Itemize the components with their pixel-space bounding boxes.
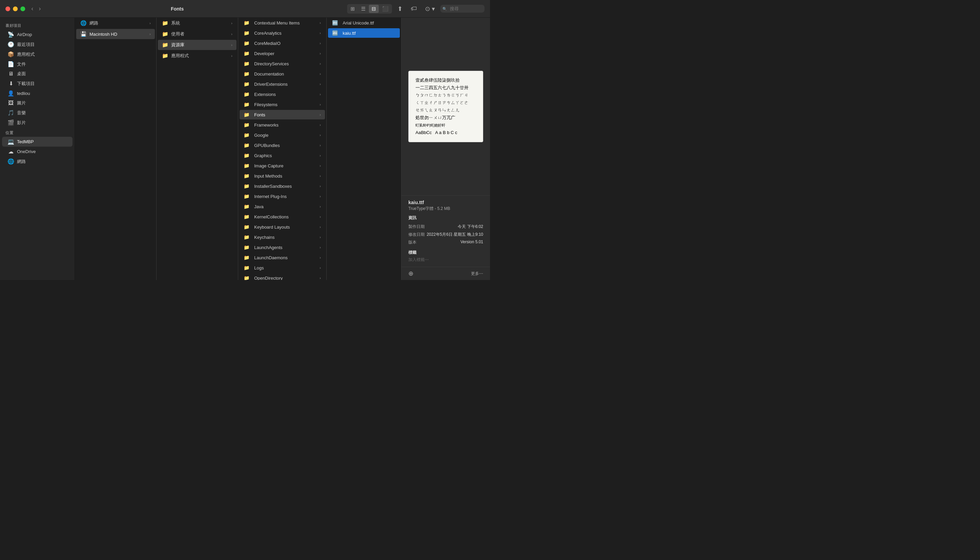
folder-icon: 📁 (243, 40, 250, 46)
col3-kernelcollections[interactable]: 📁KernelCollections› (240, 212, 325, 222)
col3-item-label: LaunchDaemons (254, 255, 288, 260)
folder-icon: 📁 (243, 112, 250, 117)
view-icons-btn[interactable]: ⊞ (348, 5, 358, 13)
sidebar-item-onedrive[interactable]: ☁ OneDrive (2, 147, 72, 157)
col3-keyboardlayouts[interactable]: 📁Keyboard Layouts› (240, 222, 325, 232)
locations-label: 位置 (0, 128, 75, 137)
circle-action-btn[interactable]: ⊕ (408, 270, 413, 277)
col3-item-label: Filesystems (254, 102, 278, 107)
col3-developer[interactable]: 📁Developer› (240, 48, 325, 58)
view-list-btn[interactable]: ☰ (358, 5, 368, 13)
col2-system[interactable]: 📁 系統 › (158, 18, 237, 28)
folder-icon: 📁 (243, 153, 250, 158)
column-4: 🔤 Arial Unicode.ttf 🔤 kaiu.ttf (327, 18, 402, 280)
col3-logs[interactable]: 📁Logs› (240, 263, 325, 273)
col3-frameworks[interactable]: 📁Frameworks› (240, 120, 325, 130)
chevron-right-icon: › (320, 92, 321, 96)
col4-kaiu[interactable]: 🔤 kaiu.ttf (328, 28, 400, 38)
sidebar-item-movies[interactable]: 🎬 影片 (2, 118, 72, 128)
folder-icon: 📁 (243, 173, 250, 178)
chevron-right-icon: › (320, 62, 321, 66)
chevron-right-icon: › (320, 225, 321, 229)
col3-gpubundles[interactable]: 📁GPUBundles› (240, 140, 325, 150)
font-file-icon: 🔤 (332, 20, 338, 25)
sidebar-item-tedmbp[interactable]: 💻 TedMBP (2, 137, 72, 147)
folder-icon: 📁 (243, 20, 250, 25)
folder-icon: 📁 (243, 275, 250, 280)
preview-meta-created: 製作日期 今天 下午6:02 (408, 223, 483, 231)
chevron-right-icon: › (320, 21, 321, 25)
col3-launchagents[interactable]: 📁LaunchAgents› (240, 243, 325, 252)
tag-btn[interactable]: 🏷 (408, 4, 420, 13)
col3-coremediaio[interactable]: 📁CoreMediaIO› (240, 38, 325, 48)
sidebar-item-label: AirDrop (17, 32, 32, 37)
col3-fonts[interactable]: 📁Fonts› (240, 110, 325, 119)
col3-contextual[interactable]: 📁Contextual Menu Items› (240, 18, 325, 28)
version-value: Version 5.01 (460, 240, 483, 245)
col3-imagecapture[interactable]: 📁Image Capture› (240, 161, 325, 170)
sidebar-item-documents[interactable]: 📄 文件 (2, 59, 72, 69)
modified-value: 2022年5月6日 星期五 晚上9:10 (427, 232, 483, 237)
col2-applications[interactable]: 📁 應用程式 › (158, 51, 237, 61)
more-link[interactable]: 更多⋯ (471, 271, 483, 277)
folder-icon: 📁 (243, 204, 250, 209)
col3-installersandboxes[interactable]: 📁InstallerSandboxes› (240, 181, 325, 191)
col3-coreanalytics[interactable]: 📁CoreAnalytics› (240, 28, 325, 38)
sidebar-item-label: 圖片 (17, 100, 26, 106)
col3-java[interactable]: 📁Java› (240, 202, 325, 211)
col3-keychains[interactable]: 📁Keychains› (240, 232, 325, 242)
user-icon: 👤 (7, 90, 14, 97)
chevron-right-icon: › (320, 82, 321, 86)
col3-directoryservices[interactable]: 📁DirectoryServices› (240, 59, 325, 68)
folder-icon: 📁 (243, 163, 250, 168)
toolbar-actions: ⊞ ☰ ⊟ ⬛ ⬆ 🏷 ⊙ ▾ (347, 4, 485, 14)
sidebar-item-network[interactable]: 🌐 網路 (2, 157, 72, 167)
col1-network[interactable]: 🌐 網路 › (76, 18, 155, 28)
col3-graphics[interactable]: 📁Graphics› (240, 151, 325, 160)
content-area: 🌐 網路 › 💾 Macintosh HD › 📁 系統 › 📁 使用者 › (75, 18, 490, 280)
col3-documentation[interactable]: 📁Documentation› (240, 69, 325, 78)
col3-item-label: OpenDirectory (254, 276, 283, 280)
documents-icon: 📄 (7, 61, 14, 67)
col3-google[interactable]: 📁Google› (240, 130, 325, 140)
folder-icon: 📁 (162, 20, 168, 26)
sidebar-item-music[interactable]: 🎵 音樂 (2, 108, 72, 118)
sidebar-item-applications[interactable]: 📦 應用程式 (2, 49, 72, 59)
preview-subtype: TrueType字體 - 5.2 MB (408, 206, 483, 212)
chevron-right-icon: › (320, 102, 321, 107)
col3-item-label: Developer (254, 51, 274, 56)
tags-placeholder[interactable]: 加入標籤⋯ (408, 257, 483, 263)
col2-users[interactable]: 📁 使用者 › (158, 29, 237, 39)
col3-opendirectory[interactable]: 📁OpenDirectory› (240, 273, 325, 280)
col3-item-label: Contextual Menu Items (254, 20, 300, 25)
col2-library[interactable]: 📁 資源庫 › (158, 40, 237, 50)
col4-arial-unicode[interactable]: 🔤 Arial Unicode.ttf (328, 18, 400, 28)
col3-filesystems[interactable]: 📁Filesystems› (240, 100, 325, 109)
sidebar-item-downloads[interactable]: ⬇ 下載項目 (2, 78, 72, 88)
col3-driverextensions[interactable]: 📁DriverExtensions› (240, 79, 325, 89)
action-btn[interactable]: ⊙ ▾ (422, 4, 438, 14)
sidebar-item-pictures[interactable]: 🖼 圖片 (2, 98, 72, 108)
network-icon: 🌐 (7, 158, 14, 165)
col3-extensions[interactable]: 📁Extensions› (240, 90, 325, 99)
col1-macintosh[interactable]: 💾 Macintosh HD › (76, 29, 155, 39)
col3-inputmethods[interactable]: 📁Input Methods› (240, 171, 325, 181)
sidebar-item-tedliou[interactable]: 👤 tedliou (2, 88, 72, 98)
folder-icon: 📁 (162, 31, 168, 37)
sidebar-item-label: TedMBP (17, 139, 34, 144)
col3-launchdaemons[interactable]: 📁LaunchDaemons› (240, 253, 325, 262)
view-gallery-btn[interactable]: ⬛ (379, 5, 391, 13)
col2-item-label: 系統 (171, 20, 180, 26)
col3-internetplugins[interactable]: 📁Internet Plug-Ins› (240, 192, 325, 201)
folder-icon: 📁 (243, 51, 250, 56)
search-input[interactable] (440, 5, 485, 13)
folder-icon: 📁 (243, 102, 250, 107)
view-btn-group: ⊞ ☰ ⊟ ⬛ (347, 4, 392, 13)
pictures-icon: 🖼 (7, 100, 14, 106)
share-btn[interactable]: ⬆ (395, 4, 405, 14)
sidebar-item-airdrop[interactable]: 📡 AirDrop (2, 30, 72, 40)
sidebar-item-recents[interactable]: 🕐 最近項目 (2, 40, 72, 49)
sidebar-item-label: 應用程式 (17, 52, 35, 57)
view-columns-btn[interactable]: ⊟ (369, 5, 379, 13)
sidebar-item-desktop[interactable]: 🖥 桌面 (2, 69, 72, 78)
